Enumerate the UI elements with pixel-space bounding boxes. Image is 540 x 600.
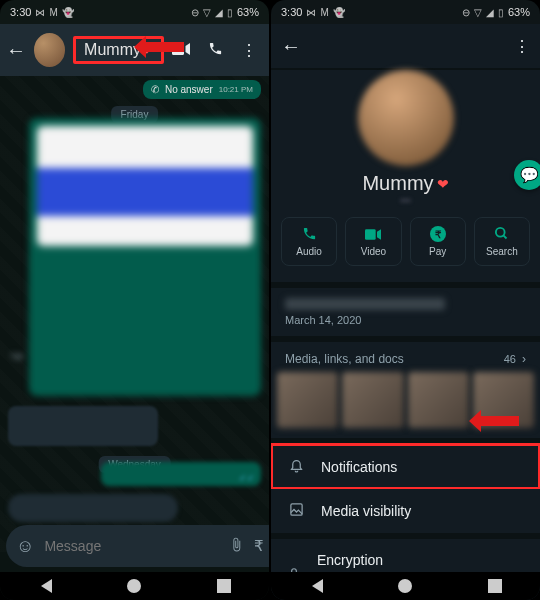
msg-icon: ⋈ <box>35 7 45 18</box>
nav-back[interactable] <box>309 579 323 593</box>
profile-header: ← ⋮ <box>271 24 540 68</box>
phone-x-icon: ✆ <box>151 84 159 95</box>
emoji-icon[interactable]: ☺ <box>16 536 34 557</box>
wifi-icon: ▽ <box>203 7 211 18</box>
message-input-pill[interactable]: ☺ ₹ <box>6 525 269 567</box>
image-icon <box>287 502 305 520</box>
svg-rect-4 <box>290 504 301 515</box>
android-nav <box>271 572 540 600</box>
mail-icon: M <box>49 7 57 18</box>
setting-label: Media visibility <box>321 503 411 519</box>
media-count: 46 <box>504 353 516 365</box>
heart-icon: ❤ <box>141 42 153 58</box>
android-nav <box>0 572 269 600</box>
avatar[interactable] <box>34 33 65 67</box>
back-button[interactable]: ← <box>6 39 26 62</box>
forward-icon[interactable]: ↪ <box>11 348 23 364</box>
audio-call-button[interactable]: Audio <box>281 217 337 266</box>
setting-label: Encryption <box>317 552 524 568</box>
new-chat-fab[interactable]: 💬 <box>514 160 540 190</box>
action-label: Search <box>486 246 518 257</box>
missed-time: 10:21 PM <box>219 85 253 94</box>
video-call-icon[interactable] <box>172 41 190 59</box>
contact-name-text: Mummy <box>84 41 141 59</box>
battery-icon: ▯ <box>227 7 233 18</box>
svg-rect-1 <box>365 229 376 240</box>
media-message[interactable]: ↪ <box>29 118 261 396</box>
svg-rect-0 <box>172 43 184 55</box>
about-text <box>285 298 445 310</box>
dnd-icon: ⊖ <box>191 7 199 18</box>
contact-name[interactable]: Mummy ❤ <box>73 36 164 64</box>
rupee-icon[interactable]: ₹ <box>254 537 264 555</box>
profile-name: Mummy ❤ <box>271 172 540 195</box>
svg-line-3 <box>504 235 507 238</box>
signal-icon: ◢ <box>486 7 494 18</box>
profile-phone: ••• <box>271 195 540 209</box>
missed-label: No answer <box>165 84 213 95</box>
mail-icon: M <box>320 7 328 18</box>
media-visibility-setting[interactable]: Media visibility <box>271 489 540 533</box>
nav-recent[interactable] <box>217 579 231 593</box>
heart-icon: ❤ <box>437 176 449 192</box>
battery-pct: 63% <box>237 6 259 18</box>
message-input[interactable] <box>44 538 219 554</box>
more-icon[interactable]: ⋮ <box>514 37 530 56</box>
rupee-icon: ₹ <box>430 226 446 242</box>
ghost-icon: 👻 <box>333 7 345 18</box>
status-bar: 3:30 ⋈ M 👻 ⊖ ▽ ◢ ▯ 63% <box>0 0 269 24</box>
svg-point-2 <box>496 228 505 237</box>
media-thumb[interactable] <box>277 372 338 428</box>
chat-body[interactable]: ✆ No answer 10:21 PM Friday ↪ Wednesday … <box>0 76 269 552</box>
nav-home[interactable] <box>398 579 412 593</box>
signal-icon: ◢ <box>215 7 223 18</box>
media-thumbnails <box>271 372 540 438</box>
action-label: Pay <box>429 246 446 257</box>
dnd-icon: ⊖ <box>462 7 470 18</box>
back-button[interactable]: ← <box>281 35 301 58</box>
chat-screen: 3:30 ⋈ M 👻 ⊖ ▽ ◢ ▯ 63% ← Mummy ❤ <box>0 0 269 600</box>
nav-recent[interactable] <box>488 579 502 593</box>
about-date: March 14, 2020 <box>285 314 526 326</box>
wifi-icon: ▽ <box>474 7 482 18</box>
profile-avatar[interactable] <box>358 70 454 166</box>
status-bar: 3:30 ⋈ M 👻 ⊖ ▽ ◢ ▯ 63% <box>271 0 540 24</box>
video-icon <box>365 226 381 242</box>
voice-message[interactable] <box>8 494 178 522</box>
media-thumb[interactable] <box>473 372 534 428</box>
msg-icon: ⋈ <box>306 7 316 18</box>
search-button[interactable]: Search <box>474 217 530 266</box>
clock: 3:30 <box>281 6 302 18</box>
incoming-bubble[interactable] <box>8 406 158 446</box>
media-thumb[interactable] <box>342 372 403 428</box>
chat-input-row: ☺ ₹ <box>0 522 269 570</box>
media-header[interactable]: Media, links, and docs 46› <box>271 342 540 372</box>
attach-icon[interactable] <box>229 537 244 555</box>
more-icon[interactable]: ⋮ <box>241 41 257 60</box>
pay-button[interactable]: ₹ Pay <box>410 217 466 266</box>
bell-icon <box>287 457 305 476</box>
photo-thumbnail <box>37 126 253 246</box>
chat-header: ← Mummy ❤ ⋮ <box>0 24 269 76</box>
chevron-right-icon: › <box>522 352 526 366</box>
notifications-setting[interactable]: Notifications <box>271 444 540 489</box>
voice-call-icon[interactable] <box>208 41 223 60</box>
action-label: Video <box>361 246 386 257</box>
clock: 3:30 <box>10 6 31 18</box>
read-ticks-icon: ✓✓ <box>239 473 255 483</box>
media-thumb[interactable] <box>408 372 469 428</box>
nav-home[interactable] <box>127 579 141 593</box>
media-label: Media, links, and docs <box>285 352 404 366</box>
phone-icon <box>302 226 317 242</box>
nav-back[interactable] <box>38 579 52 593</box>
about-block[interactable]: March 14, 2020 <box>271 288 540 336</box>
outgoing-bubble[interactable]: ✓✓ <box>101 462 261 486</box>
battery-pct: 63% <box>508 6 530 18</box>
search-icon <box>494 226 509 242</box>
profile-screen: 3:30 ⋈ M 👻 ⊖ ▽ ◢ ▯ 63% ← ⋮ 💬 Mummy ❤ •••… <box>271 0 540 600</box>
setting-label: Notifications <box>321 459 397 475</box>
action-label: Audio <box>296 246 322 257</box>
battery-icon: ▯ <box>498 7 504 18</box>
video-call-button[interactable]: Video <box>345 217 401 266</box>
missed-call-bubble[interactable]: ✆ No answer 10:21 PM <box>143 80 261 99</box>
